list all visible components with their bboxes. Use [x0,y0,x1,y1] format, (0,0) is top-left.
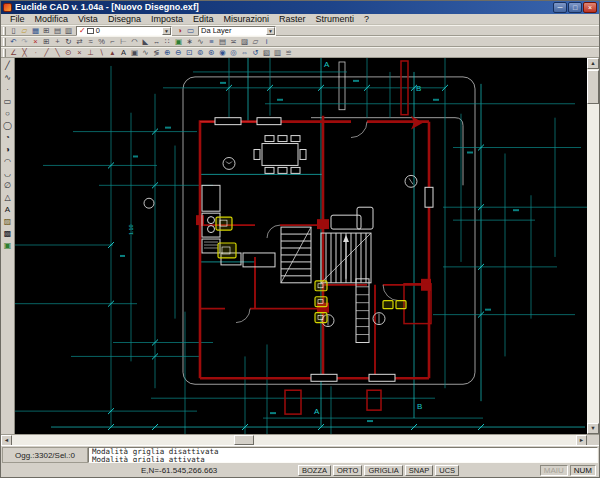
mirror-icon[interactable]: ⇄ [74,37,85,47]
stretch-icon[interactable]: ↔ [151,37,162,47]
close-button[interactable]: × [583,2,597,13]
text-icon[interactable]: A [2,204,14,216]
rotate-icon[interactable]: ↻ [63,37,74,47]
vertical-scroll-track[interactable] [587,104,599,423]
array-icon[interactable]: ∷ [162,37,173,47]
redo-icon[interactable]: ↷ [19,37,30,47]
menu-item[interactable]: ? [359,14,374,25]
toolbar-grip[interactable] [3,27,6,35]
griglia-toggle[interactable]: GRIGLIA [364,465,402,476]
vertical-scrollbar[interactable]: ▲ ▼ [587,58,599,434]
snap-perpendicular-icon[interactable]: ⊥ [85,48,96,58]
line-icon[interactable]: ╱ [2,60,14,72]
open-file-icon[interactable]: ▱ [19,26,30,36]
snap-angle-icon[interactable]: ∠ [8,48,19,58]
hatch-edit-icon[interactable]: ▨ [239,37,250,47]
zoom-previous-icon[interactable]: ⊛ [206,48,217,58]
snap-center-icon[interactable]: ⊙ [63,48,74,58]
restore-button[interactable]: □ [568,2,582,13]
leader-icon[interactable]: ≶ [151,48,162,58]
zoom-scale-icon[interactable]: ◎ [228,48,239,58]
image-tool-icon[interactable]: ▣ [129,48,140,58]
snap-toggle[interactable]: SNAP [405,465,433,476]
text-tool-icon[interactable]: A [118,48,129,58]
polyline-edit-icon[interactable]: ∿ [195,37,206,47]
zoom-window-icon[interactable]: ⊡ [184,48,195,58]
toolbar-grip[interactable] [3,38,6,46]
vertical-scroll-thumb[interactable] [587,70,599,104]
chamfer-icon[interactable]: ◣ [140,37,151,47]
info-icon[interactable]: i [261,37,272,47]
snap-tangent-icon[interactable]: ∖ [96,48,107,58]
explode-icon[interactable]: ∗ [184,37,195,47]
export-icon[interactable]: ▤ [52,26,63,36]
ucs-toggle[interactable]: UCS [435,465,459,476]
menu-item[interactable]: File [5,14,30,25]
save-icon[interactable]: ▦ [30,26,41,36]
undo-icon[interactable]: ↶ [8,37,19,47]
polyline-icon[interactable]: ∿ [2,72,14,84]
menu-item[interactable]: Disegna [103,14,146,25]
menu-item[interactable]: Vista [73,14,103,25]
menu-item[interactable]: Misurazioni [218,14,274,25]
new-drawing-icon[interactable]: ▯ [8,26,19,36]
point-icon[interactable]: · [2,84,14,96]
align-icon[interactable]: ≌ [283,48,294,58]
arc-icon[interactable]: ◔ [2,132,14,144]
linetype-combo[interactable]: Da Layer ▼ [198,26,276,36]
print-icon[interactable]: ▥ [63,26,74,36]
block-icon[interactable]: ▣ [2,240,14,252]
horizontal-scroll-track[interactable] [12,435,576,445]
snap-nearest-icon[interactable]: ╱ [41,48,52,58]
ellipse-icon[interactable]: ∅ [2,180,14,192]
zoom-extents-icon[interactable]: ⊚ [195,48,206,58]
zoom-in-icon[interactable]: ⊕ [162,48,173,58]
snap-intersection-icon[interactable]: ╳ [19,48,30,58]
horizontal-scroll-thumb[interactable] [234,435,254,445]
pen-color-icon[interactable]: ◑ [174,26,185,36]
rectangle-icon[interactable]: ▭ [2,96,14,108]
pan-icon[interactable]: ⇔ [239,48,250,58]
arc-start-icon[interactable]: ◠ [2,156,14,168]
spline-tool-icon[interactable]: ∿ [140,48,151,58]
snap-midpoint-icon[interactable]: ╲ [52,48,63,58]
zoom-all-icon[interactable]: ◉ [217,48,228,58]
layers-icon[interactable]: ▤ [217,37,228,47]
dropdown-arrow-icon[interactable]: ▼ [266,27,275,35]
trim-icon[interactable]: ⌐ [107,37,118,47]
minimize-button[interactable]: ─ [553,2,567,13]
match-properties-icon[interactable]: ≍ [228,37,239,47]
dropdown-arrow-icon[interactable]: ▼ [162,27,171,35]
polygon-icon[interactable]: △ [2,192,14,204]
toolbar-grip[interactable] [3,49,6,57]
zoom-out-icon[interactable]: ⊖ [173,48,184,58]
area-icon[interactable]: ▱ [250,37,261,47]
menu-item[interactable]: Raster [274,14,311,25]
group-icon[interactable]: ▣ [173,37,184,47]
extend-icon[interactable]: ⊢ [118,37,129,47]
title-bar[interactable]: Euclide CAD v. 1.04a - [Nuovo Disegno.ex… [1,1,599,14]
drawing-canvas[interactable]: A B A B 1.10 [15,58,587,434]
move-icon[interactable]: + [52,37,63,47]
hatch-icon[interactable]: ▨ [2,216,14,228]
properties-icon[interactable]: ≡ [206,37,217,47]
bozza-toggle[interactable]: BOZZA [298,465,331,476]
redraw-icon[interactable]: ↺ [250,48,261,58]
scroll-down-icon[interactable]: ▼ [587,423,599,434]
menu-item[interactable]: Edita [188,14,219,25]
snap-node-icon[interactable]: ▴ [107,48,118,58]
circle-icon[interactable]: ○ [2,108,14,120]
orto-toggle[interactable]: ORTO [333,465,362,476]
region-icon[interactable]: ▩ [2,228,14,240]
menu-item[interactable]: Strumenti [310,14,359,25]
circle-2p-icon[interactable]: ◯ [2,120,14,132]
snap-point-icon[interactable]: ∙ [30,48,41,58]
erase-icon[interactable]: × [30,37,41,47]
menu-item[interactable]: Imposta [146,14,188,25]
viewport-icon[interactable]: ▧ [261,48,272,58]
horizontal-scrollbar[interactable]: ◄ ► [1,434,599,445]
snap-endpoint-icon[interactable]: × [74,48,85,58]
tile-windows-icon[interactable]: ▥ [272,48,283,58]
menu-item[interactable]: Modifica [30,14,74,25]
offset-icon[interactable]: ≈ [85,37,96,47]
